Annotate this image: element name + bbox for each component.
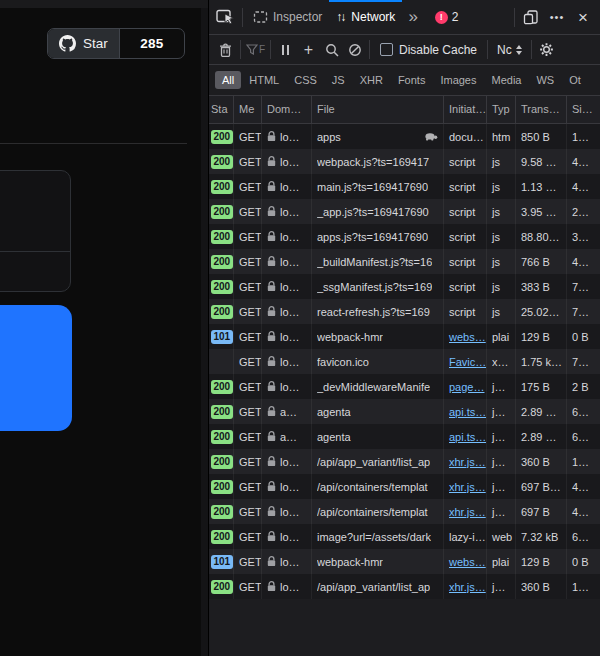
github-star-count[interactable]: 285 <box>120 29 184 58</box>
lock-icon <box>267 506 276 517</box>
initiator-link[interactable]: Favic… <box>449 356 486 368</box>
filter-item-html[interactable]: HTML <box>242 71 286 89</box>
github-star-button[interactable]: Star 285 <box>47 28 185 59</box>
cell-type: j… <box>487 499 516 524</box>
cell-status: 200 <box>209 449 234 474</box>
initiator-link[interactable]: xhr.js… <box>449 506 486 518</box>
filter-item-images[interactable]: Images <box>433 71 483 89</box>
inspector-icon <box>253 10 268 24</box>
page-blue-card[interactable] <box>0 305 72 431</box>
cell-initiator: xhr.js… <box>444 474 487 499</box>
request-row[interactable]: 200GETlo…apps.js?ts=169417690scriptjs88.… <box>209 224 600 249</box>
cell-file: /api/app_variant/list_ap <box>312 449 444 474</box>
filter-item-fonts[interactable]: Fonts <box>391 71 433 89</box>
cell-file: _ssgManifest.js?ts=169 <box>312 274 444 299</box>
cell-initiator: script <box>444 174 487 199</box>
filter-item-media[interactable]: Media <box>484 71 528 89</box>
initiator-link[interactable]: webs… <box>449 331 486 343</box>
cell-initiator: lazy-i… <box>444 524 487 549</box>
filter-urls-button[interactable]: F <box>244 38 267 61</box>
select-carets-icon <box>516 45 522 55</box>
request-row[interactable]: 200GETlo…main.js?ts=169417690scriptjs1.1… <box>209 174 600 199</box>
column-header-method[interactable]: Me <box>234 96 262 123</box>
cell-transferred: 129 B <box>516 324 567 349</box>
column-header-status[interactable]: Sta <box>209 96 234 123</box>
request-row[interactable]: 101GETlo…webpack-hmrwebs…plai129 B0 B <box>209 324 600 349</box>
filter-item-xhr[interactable]: XHR <box>353 71 390 89</box>
initiator-link[interactable]: api.ts… <box>449 431 486 443</box>
initiator-link[interactable]: api.ts… <box>449 406 486 418</box>
request-row[interactable]: 200GETlo…/api/app_variant/list_apxhr.js…… <box>209 574 600 599</box>
network-toolbar: F + Disable Cache Nc <box>209 35 600 65</box>
cell-domain: a… <box>262 399 312 424</box>
request-row[interactable]: 200GETa…agentaapi.ts…j…2.89 …6… <box>209 399 600 424</box>
github-star-left[interactable]: Star <box>48 29 120 58</box>
more-tabs-chevron[interactable]: » <box>402 7 423 27</box>
filter-item-css[interactable]: CSS <box>287 71 324 89</box>
column-header-size[interactable]: Si… <box>567 96 600 123</box>
status-badge: 200 <box>211 255 233 269</box>
status-badge: 200 <box>211 405 233 419</box>
request-row[interactable]: 200GETlo…/api/containers/templatxhr.js…j… <box>209 474 600 499</box>
disable-cache-checkbox[interactable] <box>380 43 393 56</box>
initiator-link[interactable]: webs… <box>449 556 486 568</box>
cell-method: GET <box>234 199 262 224</box>
filter-item-all[interactable]: All <box>215 71 241 89</box>
column-header-init[interactable]: Initiat… <box>444 96 487 123</box>
request-row[interactable]: 200GETa…agentaapi.ts…j…2.89 …6… <box>209 424 600 449</box>
network-settings-button[interactable] <box>535 38 558 61</box>
error-count-badge[interactable]: ! 2 <box>430 10 464 24</box>
pause-traffic-button[interactable] <box>274 38 297 61</box>
cell-domain: lo… <box>262 174 312 199</box>
close-devtools-button[interactable]: × <box>570 4 596 30</box>
lock-icon <box>267 356 276 367</box>
request-row[interactable]: 200GETlo…react-refresh.js?ts=169scriptjs… <box>209 299 600 324</box>
block-requests-button[interactable] <box>343 38 366 61</box>
cell-method: GET <box>234 449 262 474</box>
cell-initiator: xhr.js… <box>444 574 487 599</box>
request-row[interactable]: 200GETlo…_devMiddlewareManifepage…j…175 … <box>209 374 600 399</box>
request-row[interactable]: 101GETlo…webpack-hmrwebs…plai129 B0 B <box>209 549 600 574</box>
tab-inspector[interactable]: Inspector <box>246 0 329 34</box>
column-header-trans[interactable]: Trans… <box>516 96 567 123</box>
responsive-design-mode-button[interactable] <box>518 4 544 30</box>
status-badge: 101 <box>211 330 233 344</box>
separator <box>240 40 241 59</box>
search-button[interactable] <box>320 38 343 61</box>
cell-initiator: page… <box>444 374 487 399</box>
request-row[interactable]: 200GETlo…_app.js?ts=169417690scriptjs3.9… <box>209 199 600 224</box>
tab-network[interactable]: ↑↓ Network <box>329 0 402 34</box>
request-row[interactable]: GETlo…favicon.icoFavic…x…1.75 k…7… <box>209 349 600 374</box>
column-header-type[interactable]: Typ <box>487 96 516 123</box>
filter-item-ws[interactable]: WS <box>529 71 561 89</box>
request-row[interactable]: 200GETlo…_buildManifest.js?ts=16scriptjs… <box>209 249 600 274</box>
disable-cache-control[interactable]: Disable Cache <box>373 43 484 57</box>
meatball-menu-button[interactable]: ••• <box>544 4 570 30</box>
separator <box>369 40 370 59</box>
initiator-link[interactable]: xhr.js… <box>449 456 486 468</box>
filter-item-ot[interactable]: Ot <box>562 71 588 89</box>
column-header-file[interactable]: File <box>312 96 444 123</box>
request-row[interactable]: 200GETlo…webpack.js?ts=169417scriptjs9.5… <box>209 149 600 174</box>
initiator-link[interactable]: page… <box>449 381 484 393</box>
cell-file: /api/app_variant/list_ap <box>312 574 444 599</box>
cell-type: js <box>487 149 516 174</box>
clear-requests-button[interactable] <box>214 38 237 61</box>
request-list: 200GETlo…appsdocu…htm850 B1…200GETlo…web… <box>209 124 600 656</box>
cell-status: 200 <box>209 149 234 174</box>
request-row[interactable]: 200GETlo…/api/containers/templatxhr.js…j… <box>209 499 600 524</box>
request-row[interactable]: 200GETlo…_ssgManifest.js?ts=169scriptjs3… <box>209 274 600 299</box>
column-header-domain[interactable]: Dom… <box>262 96 312 123</box>
cell-status: 200 <box>209 374 234 399</box>
request-row[interactable]: 200GETlo…/api/app_variant/list_apxhr.js…… <box>209 449 600 474</box>
new-request-button[interactable]: + <box>297 38 320 61</box>
throttling-select[interactable]: Nc <box>491 43 528 57</box>
cell-type: js <box>487 199 516 224</box>
cell-status: 200 <box>209 499 234 524</box>
request-row[interactable]: 200GETlo…image?url=/assets/darklazy-i…we… <box>209 524 600 549</box>
initiator-link[interactable]: xhr.js… <box>449 581 486 593</box>
filter-item-js[interactable]: JS <box>325 71 352 89</box>
request-row[interactable]: 200GETlo…appsdocu…htm850 B1… <box>209 124 600 149</box>
initiator-link[interactable]: xhr.js… <box>449 481 486 493</box>
pick-element-button[interactable] <box>213 4 239 30</box>
